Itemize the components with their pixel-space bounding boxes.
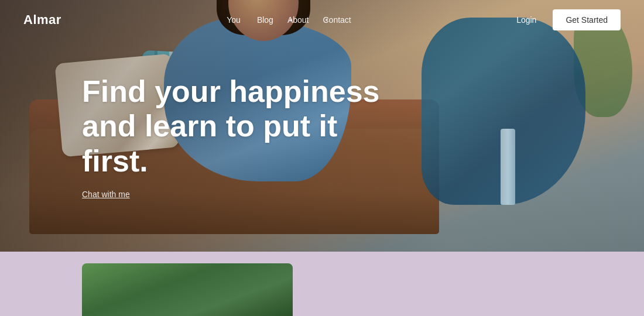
hero-title: Find your happiness and learn to put it … — [82, 74, 410, 179]
brand-logo[interactable]: Almar — [23, 12, 61, 28]
bottom-card — [82, 263, 293, 316]
bottom-section — [0, 252, 644, 316]
nav-item-contact[interactable]: Contact — [326, 15, 351, 25]
hero-content: Find your happiness and learn to put it … — [82, 74, 410, 199]
nav-item-blog[interactable]: Blog — [257, 15, 273, 25]
get-started-button[interactable]: Get Started — [553, 9, 621, 30]
login-link[interactable]: Login — [516, 15, 536, 25]
nav-links: You Blog About Contact — [227, 15, 351, 25]
nav-item-you[interactable]: You — [227, 15, 241, 25]
navbar: Almar You Blog About Contact Login Get S… — [0, 0, 644, 40]
hero-chat-link[interactable]: Chat with me — [82, 190, 410, 199]
bottom-card-image — [82, 263, 293, 316]
nav-item-about[interactable]: About — [290, 15, 309, 25]
nav-right: Login Get Started — [516, 9, 621, 30]
